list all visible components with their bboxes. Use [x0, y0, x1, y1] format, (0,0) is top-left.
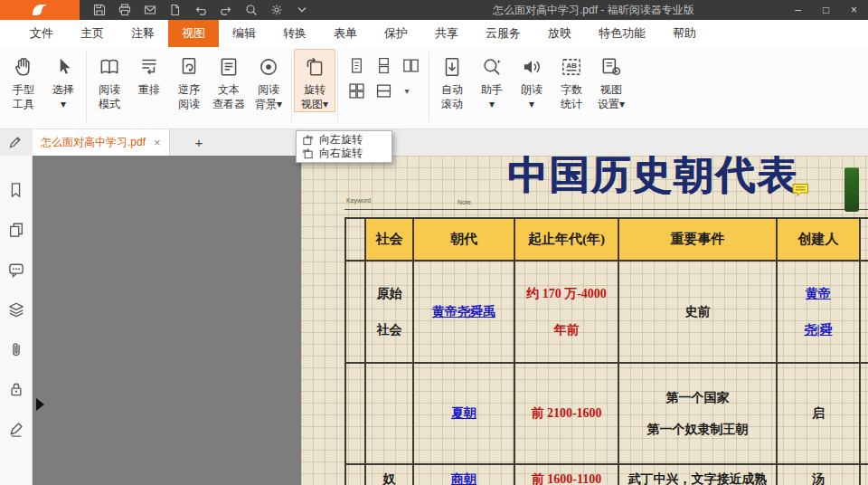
mail-icon[interactable]	[143, 4, 156, 17]
dynasty-link[interactable]: 夏朝	[451, 406, 476, 420]
tab-close-icon[interactable]: ×	[154, 137, 161, 148]
facing-pages-icon[interactable]	[402, 57, 419, 73]
cell-period: 前 1600-1100	[514, 464, 618, 485]
print-icon[interactable]	[118, 4, 131, 17]
sidebar-expand-handle[interactable]	[36, 398, 44, 411]
search-icon[interactable]	[244, 4, 258, 17]
document-viewport[interactable]: 中国历史朝代表 Keyword Note 社会 朝代 起止年代(年) 重要事件	[33, 156, 868, 485]
cell-dynasty: 夏朝	[413, 363, 514, 464]
lock-icon	[9, 381, 24, 397]
export-icon[interactable]	[168, 4, 182, 17]
cell-events: 第一个国家第一个奴隶制王朝	[618, 363, 777, 464]
menu-item-rotate-right[interactable]: 向右旋转	[297, 147, 392, 160]
menu-present[interactable]: 放映	[534, 20, 585, 47]
cell-founder: 启	[777, 363, 860, 464]
assistant-button[interactable]: 助手 ▾	[472, 50, 512, 111]
cell-period: 前 2100-1600	[514, 363, 618, 464]
cell-society	[365, 363, 413, 464]
ribbon-label: 重排	[138, 82, 160, 97]
menu-edit[interactable]: 编辑	[219, 20, 269, 47]
menu-comment[interactable]: 注释	[118, 20, 168, 47]
cell-blank	[860, 363, 868, 464]
menu-features[interactable]: 特色功能	[585, 20, 659, 47]
attachments-panel-button[interactable]	[0, 329, 32, 369]
menu-convert[interactable]: 转换	[269, 20, 320, 47]
menu-protect[interactable]: 保护	[371, 20, 421, 47]
new-tab-button[interactable]: +	[189, 129, 209, 156]
bookmark-icon	[8, 182, 24, 198]
view-settings-icon	[599, 52, 623, 82]
dynasty-link[interactable]: 商朝	[451, 472, 476, 485]
rotate-right-icon	[302, 147, 314, 159]
menu-home[interactable]: 主页	[67, 20, 118, 47]
hand-tool-button[interactable]: 手型 工具	[4, 50, 43, 111]
ribbon-separator	[429, 52, 429, 122]
signature-panel-button[interactable]	[0, 409, 32, 449]
minimize-button[interactable]: –	[784, 0, 812, 20]
rotate-left-icon	[302, 134, 314, 146]
text-viewer-button[interactable]: 文本 查看器	[209, 50, 249, 111]
reflow-button[interactable]: 重排	[129, 50, 169, 111]
reverse-reading-button[interactable]: 逆序 阅读	[169, 50, 209, 111]
header-blank	[860, 218, 868, 261]
founder-link[interactable]: 黄帝	[806, 286, 831, 302]
ribbon-label: ▾	[529, 97, 534, 111]
bookmarks-panel-button[interactable]	[0, 170, 32, 210]
ribbon-separator	[291, 52, 292, 122]
read-aloud-button[interactable]: 朗读 ▾	[512, 50, 552, 111]
founder-link[interactable]: 尧|舜	[804, 322, 832, 338]
rotate-view-button[interactable]: 旋转 视图▾	[295, 50, 335, 111]
foxit-logo[interactable]	[0, 0, 80, 20]
security-panel-button[interactable]	[0, 369, 32, 409]
dynasty-link[interactable]: 黄帝尧舜禹	[432, 305, 495, 319]
customize-chevron-icon[interactable]	[295, 4, 308, 17]
menu-cloud[interactable]: 云服务	[472, 20, 534, 47]
sticky-note-icon[interactable]	[792, 183, 809, 197]
menu-help[interactable]: 帮助	[659, 20, 710, 47]
ribbon-label: 视图▾	[301, 97, 328, 111]
speaker-icon	[520, 52, 543, 82]
reflow-icon	[137, 52, 161, 82]
cell-founder: 黄帝尧|舜	[777, 261, 860, 363]
auto-scroll-button[interactable]: 自动 滚动	[432, 50, 472, 111]
menu-share[interactable]: 共享	[421, 20, 472, 47]
continuous-facing-icon[interactable]	[348, 82, 364, 99]
menu-view[interactable]: 视图	[168, 20, 219, 47]
view-settings-button[interactable]: 视图 设置▾	[591, 50, 631, 111]
navigation-sidebar	[0, 156, 33, 485]
select-tool-button[interactable]: 选择 ▾	[43, 50, 83, 111]
menu-item-rotate-left[interactable]: 向左旋转	[297, 133, 392, 147]
read-mode-button[interactable]: 阅读 模式	[90, 50, 129, 111]
header-blank	[345, 218, 365, 261]
maximize-button[interactable]: □	[812, 0, 840, 20]
cell-founder: 汤	[777, 464, 860, 485]
signature-pen-icon	[8, 421, 24, 437]
keyword-field-label: Keyword	[346, 197, 371, 204]
table-row: 原始社会 黄帝尧舜禹 约 170 万-4000年前 史前 黄帝尧|舜	[345, 261, 868, 363]
undo-icon[interactable]	[193, 4, 207, 17]
ribbon-label: 模式	[99, 97, 120, 111]
pencil-icon[interactable]	[8, 135, 23, 149]
save-icon[interactable]	[92, 4, 106, 17]
comments-panel-button[interactable]	[0, 250, 32, 290]
menu-form[interactable]: 表单	[320, 20, 371, 47]
rotate-view-menu: 向左旋转 向右旋转	[296, 130, 392, 163]
table-header-row: 社会 朝代 起止年代(年) 重要事件 创建人	[345, 218, 868, 261]
settings-icon[interactable]	[269, 4, 283, 17]
split-view-icon[interactable]	[375, 82, 392, 99]
layers-panel-button[interactable]	[0, 290, 32, 329]
ribbon-label: 阅读	[178, 97, 200, 111]
ribbon-label: 手型	[13, 82, 34, 97]
redo-icon[interactable]	[219, 4, 232, 17]
pdf-page: 中国历史朝代表 Keyword Note 社会 朝代 起止年代(年) 重要事件	[301, 156, 868, 485]
pages-panel-button[interactable]	[0, 210, 32, 250]
reading-background-button[interactable]: 阅读 背景▾	[249, 50, 288, 111]
document-tab[interactable]: 怎么面对高中学习.pdf ×	[33, 129, 170, 156]
chevron-down-icon[interactable]: ▾	[402, 82, 411, 99]
continuous-page-icon[interactable]	[375, 57, 392, 73]
word-count-button[interactable]: AB 字数 统计	[552, 50, 591, 111]
ribbon-separator	[337, 52, 338, 122]
close-button[interactable]: ×	[840, 0, 868, 20]
menu-file[interactable]: 文件	[16, 20, 67, 47]
single-page-icon[interactable]	[348, 57, 364, 73]
